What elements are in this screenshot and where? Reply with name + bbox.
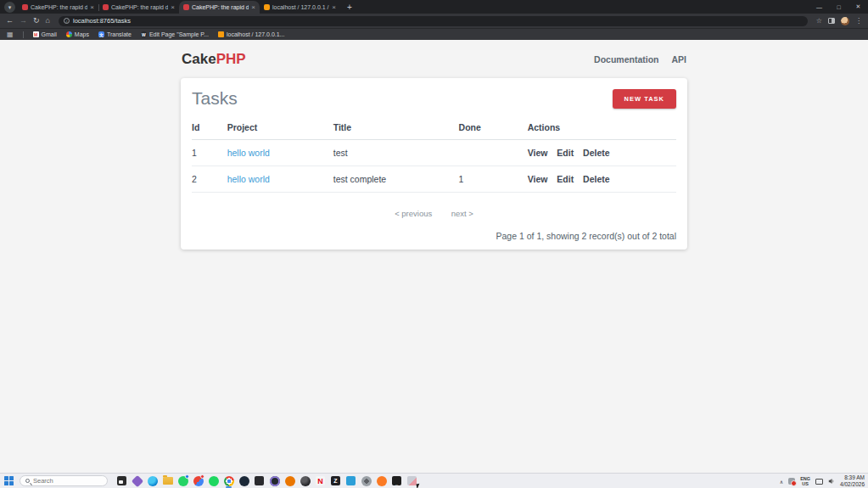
project-link[interactable]: hello world (227, 148, 270, 158)
home-icon[interactable]: ⌂ (46, 17, 50, 25)
delete-link[interactable]: Delete (583, 174, 610, 184)
delete-link[interactable]: Delete (583, 148, 610, 158)
edge-icon[interactable] (146, 474, 159, 488)
table-header-row: Id Project Title Done Actions (192, 117, 676, 140)
back-icon[interactable]: ← (6, 17, 14, 25)
close-tab-icon[interactable]: × (251, 3, 255, 11)
nav-documentation-link[interactable]: Documentation (594, 54, 658, 65)
col-header-id: Id (192, 117, 227, 140)
chevron-down-icon: ▾ (8, 4, 12, 11)
z-app-icon[interactable]: Z (329, 474, 342, 488)
bookmark-star-icon[interactable]: ☆ (816, 17, 822, 25)
browser-tab-3-active[interactable]: CakePHP: the rapid developm... × (179, 1, 260, 14)
forward-icon[interactable]: → (20, 17, 27, 25)
col-header-project: Project (227, 117, 333, 140)
taskbar-clock[interactable]: 8:39 AM 4/02/2026 (840, 474, 865, 488)
new-task-button[interactable]: NEW TASK (613, 89, 676, 109)
spotify-icon[interactable] (207, 474, 220, 488)
side-panel-icon[interactable] (828, 18, 835, 24)
bookmark-maps[interactable]: Maps (66, 31, 89, 37)
steam-icon[interactable] (238, 474, 250, 488)
browser-menu-icon[interactable]: ⋮ (855, 17, 862, 25)
gmail-icon: M (33, 31, 39, 37)
search-input[interactable] (33, 477, 101, 485)
edit-link[interactable]: Edit (557, 174, 574, 184)
next-page-link[interactable]: next > (451, 209, 473, 218)
bookmark-gmail[interactable]: M Gmail (33, 31, 57, 37)
browser-tab-2[interactable]: CakePHP: the rapid developm... × (98, 1, 179, 14)
browser-toolbar: ← → ↻ ⌂ i localhost:8765/tasks ☆ ⋮ (0, 14, 868, 28)
bookmark-phpmyadmin[interactable]: localhost / 127.0.0.1... (218, 31, 285, 37)
bookmark-label: localhost / 127.0.0.1... (227, 31, 285, 37)
chrome-icon[interactable] (222, 474, 235, 488)
view-link[interactable]: View (528, 174, 548, 184)
bookmark-wordpress-edit-page[interactable]: W Edit Page "Sample P... (141, 31, 209, 37)
table-row: 1 hello world test View Edit Delete (192, 140, 676, 166)
view-link[interactable]: View (528, 148, 548, 158)
start-button[interactable] (4, 476, 14, 485)
notepad-icon[interactable] (253, 474, 266, 488)
bookmarks-bar: ▦ M Gmail Maps 文 Translate W Edit Page "… (0, 28, 868, 40)
site-header: CakePHP Documentation API (181, 51, 687, 68)
task-view-icon[interactable] (115, 474, 128, 488)
apps-grid-icon[interactable]: ▦ (7, 31, 14, 38)
edit-link[interactable]: Edit (557, 148, 574, 158)
tab-search-button[interactable]: ▾ (4, 2, 15, 13)
new-tab-button[interactable]: + (344, 1, 356, 13)
phpmyadmin-icon (218, 31, 224, 37)
chat-icon[interactable] (192, 474, 204, 488)
volume-icon[interactable] (828, 478, 835, 485)
visual-studio-icon[interactable] (131, 474, 143, 488)
project-link[interactable]: hello world (227, 174, 270, 184)
reload-icon[interactable]: ↻ (33, 17, 40, 25)
cell-done: 1 (459, 166, 528, 193)
address-bar[interactable]: i localhost:8765/tasks (59, 16, 808, 26)
cakephp-favicon (103, 4, 109, 10)
cell-id: 2 (192, 166, 227, 193)
file-explorer-icon[interactable] (161, 474, 174, 488)
vscode-icon[interactable] (344, 474, 357, 488)
cell-done (459, 140, 528, 166)
xampp-icon[interactable] (375, 474, 388, 488)
maximize-button[interactable]: □ (829, 0, 848, 14)
previous-page-link[interactable]: < previous (395, 209, 432, 218)
minimize-button[interactable]: — (809, 0, 829, 14)
language-indicator[interactable]: ENG US (800, 476, 810, 486)
terminal-icon[interactable]: _ (390, 474, 403, 488)
profile-avatar[interactable] (841, 17, 849, 25)
tab-title: CakePHP: the rapid developm... (111, 4, 168, 10)
card-header: Tasks NEW TASK (192, 88, 676, 109)
divider (23, 31, 24, 38)
close-tab-icon[interactable]: × (90, 3, 94, 11)
tray-chevron-icon[interactable]: ∧ (780, 479, 783, 485)
nav-api-link[interactable]: API (671, 54, 686, 65)
tray-notification-icon[interactable] (788, 478, 795, 485)
wordpress-icon: W (141, 31, 147, 37)
close-tab-icon[interactable]: × (171, 3, 175, 11)
bookmark-label: Edit Page "Sample P... (149, 31, 209, 37)
netflix-icon[interactable]: N (314, 474, 327, 488)
taskbar-search[interactable] (20, 475, 108, 486)
bookmark-translate[interactable]: 文 Translate (98, 31, 132, 37)
site-info-icon[interactable]: i (64, 18, 70, 24)
close-tab-icon[interactable]: × (332, 3, 336, 11)
display-icon[interactable] (815, 479, 823, 485)
settings-gear-icon[interactable] (360, 474, 372, 488)
table-row: 2 hello world test complete 1 View Edit … (192, 166, 676, 193)
mouse-cursor (416, 483, 420, 488)
close-window-button[interactable]: ✕ (848, 0, 868, 14)
browser-tab-4[interactable]: localhost / 127.0.0.1 / internshi... × (260, 1, 340, 14)
cell-id: 1 (192, 140, 227, 166)
tasks-card: Tasks NEW TASK Id Project Title Done Act… (181, 78, 687, 250)
bookmark-label: Maps (75, 31, 89, 37)
taskbar-apps: N Z _ (115, 474, 418, 488)
pagination-summary: Page 1 of 1, showing 2 record(s) out of … (192, 231, 676, 241)
browser-tab-1[interactable]: CakePHP: the rapid developm... × (18, 1, 98, 14)
github-desktop-icon[interactable] (268, 474, 281, 488)
blender-icon[interactable] (283, 474, 296, 488)
unity-icon[interactable] (299, 474, 311, 488)
tool-icon[interactable] (406, 474, 418, 488)
cakephp-favicon (183, 4, 189, 10)
whatsapp-icon[interactable] (176, 474, 189, 488)
window-controls: — □ ✕ (809, 0, 868, 14)
